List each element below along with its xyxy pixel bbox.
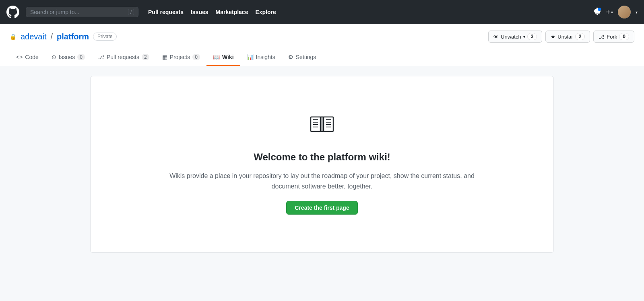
github-logo[interactable]	[6, 6, 19, 18]
chevron-down-icon: ▾	[611, 10, 613, 14]
unstar-label: Unstar	[557, 34, 573, 40]
tab-settings[interactable]: ⚙ Settings	[282, 49, 323, 66]
fork-label: Fork	[607, 34, 617, 40]
unstar-button[interactable]: ★ Unstar 2	[545, 31, 590, 43]
header-actions: + ▾ ▾	[594, 6, 638, 18]
tab-pull-requests[interactable]: ⎇ Pull requests 2	[91, 49, 156, 66]
insights-icon: 📊	[247, 54, 254, 60]
chevron-down-icon: ▾	[523, 35, 525, 39]
repo-tabs: <> Code ⊙ Issues 0 ⎇ Pull requests 2 ▦ P…	[10, 49, 634, 66]
fork-count: 0	[619, 33, 629, 40]
eye-icon: 👁	[493, 34, 499, 40]
wiki-welcome-title: Welcome to the platform wiki!	[254, 152, 390, 163]
nav-pull-requests[interactable]: Pull requests	[148, 9, 184, 15]
pr-icon: ⎇	[98, 54, 104, 60]
nav-explore[interactable]: Explore	[255, 9, 276, 15]
repo-title-row: 🔒 adevait / platform Private 👁 Unwatch ▾…	[10, 31, 634, 43]
user-avatar[interactable]	[618, 6, 631, 18]
settings-icon: ⚙	[288, 54, 293, 60]
private-badge: Private	[93, 33, 117, 41]
projects-icon: ▦	[162, 54, 167, 60]
main-content: Welcome to the platform wiki! Wikis prov…	[80, 76, 564, 253]
projects-count: 0	[192, 54, 200, 60]
nav-marketplace[interactable]: Marketplace	[216, 9, 248, 15]
tab-wiki[interactable]: 📖 Wiki	[206, 49, 240, 66]
avatar-chevron[interactable]: ▾	[636, 10, 638, 14]
repo-header: 🔒 adevait / platform Private 👁 Unwatch ▾…	[0, 24, 644, 66]
tab-insights[interactable]: 📊 Insights	[240, 49, 282, 66]
repo-owner-link[interactable]: adevait	[21, 32, 47, 41]
unwatch-count: 3	[527, 33, 537, 40]
unwatch-button[interactable]: 👁 Unwatch ▾ 3	[488, 31, 542, 43]
issues-icon: ⊙	[52, 54, 56, 60]
slash-shortcut: /	[128, 9, 134, 15]
unstar-count: 2	[575, 33, 585, 40]
search-placeholder: Search or jump to...	[30, 9, 125, 15]
avatar-image	[618, 6, 631, 18]
fork-button[interactable]: ⎇ Fork 0	[593, 31, 634, 43]
top-navbar: Search or jump to... / Pull requests Iss…	[0, 0, 644, 24]
plus-icon: +	[606, 8, 610, 16]
star-icon: ★	[551, 34, 555, 40]
repo-separator: /	[51, 32, 53, 41]
tab-projects[interactable]: ▦ Projects 0	[156, 49, 206, 66]
create-new-button[interactable]: + ▾	[606, 8, 613, 16]
tab-code[interactable]: <> Code	[10, 49, 45, 66]
fork-icon: ⎇	[599, 34, 605, 40]
code-icon: <>	[16, 54, 23, 60]
repo-actions: 👁 Unwatch ▾ 3 ★ Unstar 2 ⎇ Fork 0	[488, 31, 634, 43]
wiki-description: Wikis provide a place in your repository…	[165, 171, 479, 191]
header-nav: Pull requests Issues Marketplace Explore	[148, 9, 276, 15]
create-first-page-button[interactable]: Create the first page	[286, 201, 357, 215]
wiki-book-icon	[310, 114, 334, 140]
wiki-empty-state: Welcome to the platform wiki! Wikis prov…	[90, 76, 554, 253]
search-box[interactable]: Search or jump to... /	[26, 7, 138, 17]
issues-count: 0	[77, 54, 85, 60]
repo-name-link[interactable]: platform	[57, 32, 89, 41]
nav-issues[interactable]: Issues	[191, 9, 208, 15]
unwatch-label: Unwatch	[501, 34, 521, 40]
tab-issues[interactable]: ⊙ Issues 0	[45, 49, 91, 66]
notifications-button[interactable]	[594, 8, 601, 17]
lock-icon: 🔒	[10, 33, 17, 40]
wiki-icon: 📖	[213, 54, 220, 60]
pr-count: 2	[142, 54, 149, 60]
